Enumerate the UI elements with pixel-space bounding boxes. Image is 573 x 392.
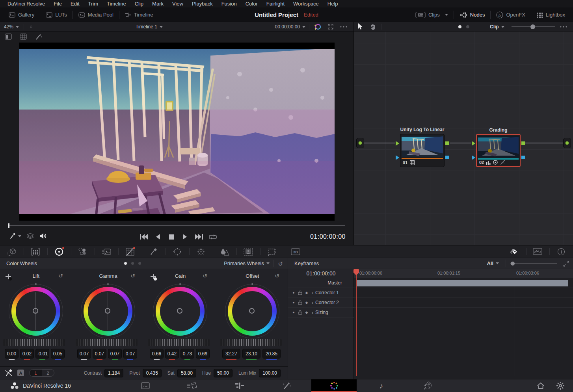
page-edit-button[interactable] <box>224 379 255 392</box>
node-01[interactable]: Unity Log To Linear 01 <box>400 134 445 167</box>
keyframes-zoom-slider[interactable] <box>510 263 557 264</box>
node-02-key-output[interactable] <box>521 156 525 159</box>
camera-raw-button[interactable] <box>0 245 24 258</box>
wheels-mode-select[interactable]: Primaries Wheels <box>224 260 270 266</box>
pan-tool-button[interactable] <box>370 24 376 30</box>
viewer-image[interactable] <box>19 43 335 221</box>
wheel-page-1[interactable]: 1 <box>30 370 42 376</box>
node-02-key-input[interactable] <box>472 155 475 160</box>
node-tree-output-connector[interactable] <box>563 138 571 148</box>
page-media-button[interactable] <box>130 379 161 392</box>
enable-dot-icon[interactable]: ● <box>290 291 297 295</box>
node-02-rgb-output[interactable] <box>521 141 525 145</box>
expand-chevron-icon[interactable]: › <box>310 310 315 316</box>
pivot-value[interactable]: 0.435 <box>143 369 162 377</box>
node-graph[interactable]: Unity Log To Linear 01 Grading <box>354 32 573 245</box>
wipe-modes-button[interactable] <box>27 233 34 239</box>
blur-button[interactable] <box>213 245 236 258</box>
go-to-last-frame-button[interactable] <box>192 232 206 242</box>
auto-balance-eyedropper-icon[interactable] <box>5 369 13 377</box>
wheel-balance-indicator[interactable] <box>249 308 255 314</box>
wheel-balance-indicator[interactable] <box>177 308 182 314</box>
wheels-page-dot-1[interactable] <box>124 262 127 265</box>
stereo-3d-button[interactable]: 3D <box>284 245 307 258</box>
offset-reset-button[interactable]: ↺ <box>275 273 279 279</box>
step-back-button[interactable] <box>151 232 164 242</box>
lift-b-value[interactable]: 0.05 <box>51 349 65 359</box>
power-windows-button[interactable] <box>166 245 189 258</box>
node-01-key-input[interactable] <box>396 155 399 160</box>
timeline-button[interactable]: Timeline <box>119 7 159 22</box>
page-deliver-button[interactable] <box>413 379 443 392</box>
luts-button[interactable]: LUTs <box>40 7 73 22</box>
page-fairlight-button[interactable]: ♪ <box>366 379 396 392</box>
node-mode-select[interactable]: Clip <box>490 22 504 32</box>
keyframes-playhead-line[interactable] <box>356 269 357 376</box>
menu-item-fairlight[interactable]: Fairlight <box>262 1 289 7</box>
menu-item-workspace[interactable]: Workspace <box>289 1 323 7</box>
gallery-button[interactable]: Gallery <box>3 7 40 22</box>
menu-item-fusion[interactable]: Fusion <box>217 1 241 7</box>
motion-effects-button[interactable] <box>95 245 118 258</box>
grid-view-button[interactable] <box>20 33 27 40</box>
slider-knob[interactable] <box>511 262 515 266</box>
info-button[interactable] <box>549 245 573 258</box>
menu-item-app[interactable]: DaVinci Resolve <box>3 1 49 7</box>
menu-item-trim[interactable]: Trim <box>84 1 103 7</box>
gain-reset-button[interactable]: ↺ <box>203 273 207 279</box>
wheels-page-dot-2[interactable] <box>131 262 134 265</box>
lock-icon[interactable] <box>298 290 302 295</box>
menu-item-edit[interactable]: Edit <box>66 1 84 7</box>
qualifier-button[interactable] <box>142 245 166 258</box>
project-settings-button[interactable] <box>552 379 569 392</box>
node-01-rgb-output[interactable] <box>445 141 449 145</box>
lift-reset-button[interactable]: ↺ <box>58 273 63 279</box>
grade-enhance-button[interactable] <box>313 23 321 31</box>
track-master[interactable]: Master <box>288 278 354 288</box>
enhance-wand-button[interactable] <box>35 33 43 40</box>
node-02-rgb-input[interactable] <box>472 141 475 146</box>
page-cut-button[interactable] <box>177 379 207 392</box>
scopes-button[interactable] <box>526 245 549 258</box>
expand-viewer-button[interactable] <box>327 24 334 30</box>
sizing-button[interactable] <box>260 245 284 258</box>
lift-master-slider[interactable] <box>3 339 65 346</box>
color-wheels-button[interactable] <box>47 245 71 258</box>
track-corrector-1[interactable]: ● ◆ › Corrector 1 <box>288 288 354 298</box>
gamma-master-slider[interactable] <box>76 339 138 346</box>
gamma-color-wheel[interactable] <box>84 287 132 336</box>
split-screen-button[interactable] <box>5 33 12 40</box>
lift-color-wheel[interactable] <box>11 287 60 336</box>
offset-g-value[interactable]: 23.10 <box>242 349 260 359</box>
node-01-key-output[interactable] <box>445 156 449 159</box>
media-pool-button[interactable]: Media Pool <box>73 7 119 22</box>
lift-r-value[interactable]: 0.02 <box>20 349 34 359</box>
master-keyframe-bar[interactable] <box>357 280 568 286</box>
menu-item-color[interactable]: Color <box>241 1 262 7</box>
reset-all-button[interactable]: ↺ <box>278 260 283 268</box>
expand-chevron-icon[interactable]: › <box>310 300 315 306</box>
menu-item-view[interactable]: View <box>168 1 188 7</box>
gain-color-wheel[interactable] <box>156 287 205 336</box>
nodes-button[interactable]: Nodes <box>454 7 491 22</box>
select-tool-button[interactable] <box>358 23 363 30</box>
loop-button[interactable] <box>206 232 220 242</box>
wheels-page-dot-3[interactable] <box>138 262 141 265</box>
track-lane[interactable] <box>354 298 573 308</box>
key-button[interactable] <box>236 245 260 258</box>
gamma-g-value[interactable]: 0.07 <box>108 349 122 359</box>
source-input-connector[interactable] <box>356 138 364 148</box>
timeline-select[interactable]: Timeline 1 <box>0 22 298 32</box>
keyframe-diamond-icon[interactable]: ◆ <box>303 301 310 305</box>
node-zoom-slider[interactable] <box>512 26 555 27</box>
node-page-dot-1[interactable] <box>458 25 461 28</box>
viewer-playhead[interactable] <box>8 223 9 228</box>
track-lane[interactable] <box>354 288 573 298</box>
gamma-b-value[interactable]: 0.07 <box>123 349 137 359</box>
menu-item-mark[interactable]: Mark <box>148 1 168 7</box>
gain-master-slider[interactable] <box>148 339 210 346</box>
page-color-button[interactable] <box>311 379 357 392</box>
node-options-button[interactable] <box>560 26 568 28</box>
node-02[interactable]: Grading 02 <box>476 134 521 167</box>
enable-dot-icon[interactable]: ● <box>290 310 297 314</box>
